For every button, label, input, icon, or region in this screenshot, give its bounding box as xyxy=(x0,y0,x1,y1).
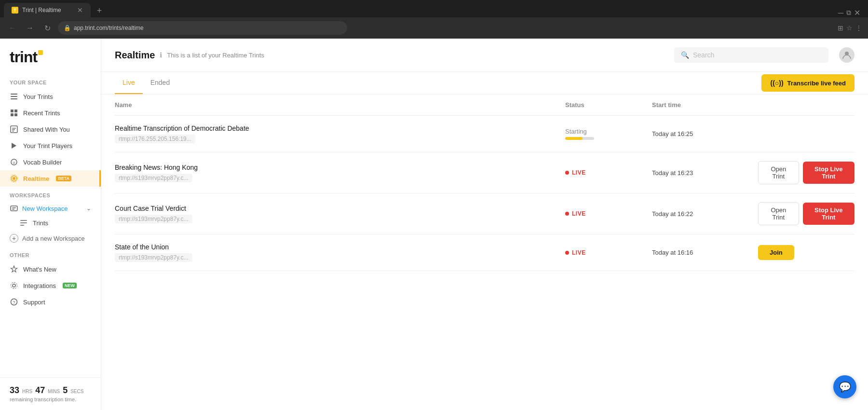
other-section-label: OTHER xyxy=(0,246,101,261)
col-status: Status xyxy=(565,101,652,109)
realtime-beta-badge: BETA xyxy=(56,176,71,181)
join-button[interactable]: Join xyxy=(758,245,794,260)
browser-nav-icons: ⊞ ☆ ⋮ xyxy=(838,24,862,32)
trint-name: Court Case Trial Verdict xyxy=(115,205,565,212)
sidebar-item-shared-with-you[interactable]: Shared With You xyxy=(0,121,101,137)
mins-unit: MINS xyxy=(48,389,60,394)
search-icon: 🔍 xyxy=(681,51,689,59)
start-time: Today at 16:16 xyxy=(652,249,758,256)
trint-url: rtmp://s193mrvp2pp87y.c... xyxy=(115,174,192,182)
svg-rect-0 xyxy=(11,94,17,95)
tab-favicon: T xyxy=(12,7,18,14)
sidebar-item-label: Recent Trints xyxy=(23,109,60,117)
more-options-button[interactable]: ⋮ xyxy=(855,24,862,32)
chat-support-button[interactable]: 💬 xyxy=(833,375,856,398)
transcribe-live-feed-button[interactable]: ((○)) Transcribe live feed xyxy=(761,74,854,92)
players-icon xyxy=(10,141,18,150)
add-workspace-button[interactable]: + Add a new Workspace xyxy=(0,230,101,246)
trint-info: Realtime Transcription of Democratic Deb… xyxy=(115,124,565,143)
hours-unit: HRS xyxy=(22,389,32,394)
starting-progress-bar xyxy=(565,137,594,140)
new-tab-button[interactable]: + xyxy=(93,4,106,17)
back-button[interactable]: ← xyxy=(6,21,19,35)
svg-rect-21 xyxy=(20,222,27,223)
recent-trints-icon xyxy=(10,109,18,117)
status-label: LIVE xyxy=(572,169,586,176)
main-header: Realtime ℹ This is a list of your Realti… xyxy=(101,39,868,72)
sidebar-item-your-trints[interactable]: Your Trints xyxy=(0,88,101,105)
trint-name: Realtime Transcription of Democratic Deb… xyxy=(115,124,565,132)
tab-ended[interactable]: Ended xyxy=(143,72,177,94)
svg-rect-9 xyxy=(12,129,15,130)
lock-icon: 🔒 xyxy=(64,25,71,31)
sidebar-item-whats-new[interactable]: What's New xyxy=(0,261,101,277)
your-space-section-label: YOUR SPACE xyxy=(0,74,101,88)
transcribe-btn-label: Transcribe live feed xyxy=(787,80,846,87)
vocab-icon: V xyxy=(10,158,18,166)
sidebar-item-label: Support xyxy=(23,299,45,306)
address-bar[interactable]: 🔒 app.trint.com/trints/realtime xyxy=(58,21,347,35)
workspaces-section: WORKSPACES xyxy=(0,187,101,201)
tabs-row: Live Ended ((○)) Transcribe live feed xyxy=(101,72,868,95)
search-bar[interactable]: 🔍 xyxy=(674,47,828,63)
bookmark-button[interactable]: ☆ xyxy=(846,24,853,32)
start-time: Today at 16:25 xyxy=(652,130,758,137)
sidebar-item-trint-players[interactable]: Your Trint Players xyxy=(0,137,101,154)
starting-label: Starting xyxy=(565,128,652,135)
svg-rect-1 xyxy=(11,96,17,97)
sidebar-item-support[interactable]: ? Support xyxy=(0,294,101,310)
open-trint-button[interactable]: Open Trint xyxy=(758,202,799,225)
workspace-name[interactable]: New Workspace xyxy=(22,205,82,212)
trint-url: rtmp://176.255.205.156:19... xyxy=(115,135,195,143)
add-workspace-icon: + xyxy=(10,234,18,243)
table-row: State of the Union rtmp://s193mrvp2pp87y… xyxy=(115,234,854,271)
trints-item[interactable]: Trints xyxy=(0,216,101,230)
svg-rect-19 xyxy=(12,209,14,210)
tab-live[interactable]: Live xyxy=(115,72,143,94)
mins-value: 47 xyxy=(35,385,45,396)
svg-rect-5 xyxy=(11,113,14,116)
col-name: Name xyxy=(115,101,565,109)
reload-button[interactable]: ↻ xyxy=(41,21,54,35)
user-avatar[interactable] xyxy=(839,47,854,63)
svg-marker-11 xyxy=(12,143,16,149)
stop-live-trint-button[interactable]: Stop Live Trint xyxy=(803,162,854,184)
extensions-button[interactable]: ⊞ xyxy=(838,24,843,32)
chat-icon: 💬 xyxy=(839,381,851,393)
forward-button[interactable]: → xyxy=(23,21,37,35)
workspace-icon xyxy=(10,204,18,213)
tab-bar: T Trint | Realtime ✕ + ─ ⧉ ✕ xyxy=(0,0,868,17)
workspace-chevron-icon[interactable]: ⌄ xyxy=(86,205,91,212)
sidebar-item-label: Shared With You xyxy=(23,126,70,133)
sidebar-item-integrations[interactable]: Integrations NEW xyxy=(0,277,101,294)
open-trint-button[interactable]: Open Trint xyxy=(758,161,799,184)
close-window-button[interactable]: ✕ xyxy=(854,8,860,17)
status-cell: LIVE xyxy=(565,210,652,217)
integrations-new-badge: NEW xyxy=(63,283,77,288)
workspace-item[interactable]: New Workspace ⌄ xyxy=(0,201,101,216)
logo-icon xyxy=(38,50,43,55)
search-input[interactable] xyxy=(693,51,822,59)
info-icon[interactable]: ℹ xyxy=(160,51,162,59)
sidebar-item-label: Your Trint Players xyxy=(23,142,72,150)
sidebar-item-recent-trints[interactable]: Recent Trints xyxy=(0,105,101,121)
time-remaining-section: 33 HRS 47 MINS 5 SECS remaining transcri… xyxy=(0,377,101,410)
logo: trint xyxy=(10,48,37,66)
your-trints-icon xyxy=(10,92,18,101)
stop-live-trint-button[interactable]: Stop Live Trint xyxy=(803,203,854,225)
sidebar-item-label: Vocab Builder xyxy=(23,159,62,166)
workspaces-label: WORKSPACES xyxy=(10,192,50,198)
sidebar-item-vocab-builder[interactable]: V Vocab Builder xyxy=(0,154,101,170)
sidebar-item-label: Your Trints xyxy=(23,93,53,100)
svg-point-14 xyxy=(13,177,15,180)
tab-close-button[interactable]: ✕ xyxy=(77,6,83,14)
active-tab[interactable]: T Trint | Realtime ✕ xyxy=(4,3,91,17)
svg-rect-22 xyxy=(20,225,24,226)
action-buttons: Join xyxy=(758,245,854,260)
sidebar-item-realtime[interactable]: Realtime BETA xyxy=(0,170,101,187)
table-container: Name Status Start time Realtime Transcri… xyxy=(101,95,868,410)
maximize-button[interactable]: ⧉ xyxy=(846,9,851,17)
secs-value: 5 xyxy=(63,385,68,396)
whats-new-icon xyxy=(10,265,18,273)
minimize-button[interactable]: ─ xyxy=(838,9,843,17)
